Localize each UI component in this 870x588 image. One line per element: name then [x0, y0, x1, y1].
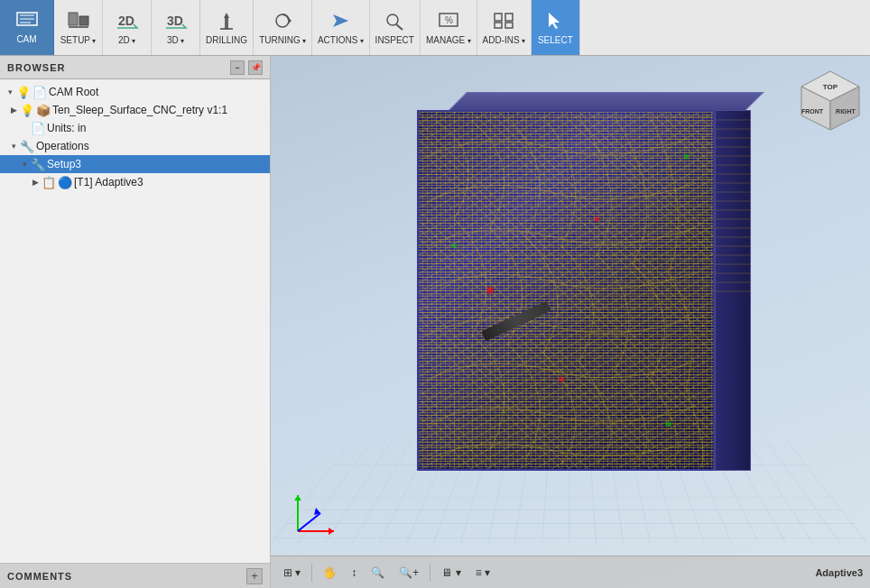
cam-menu-button[interactable]: CAM	[0, 0, 54, 55]
drilling-icon	[215, 11, 238, 33]
addins-icon	[492, 11, 515, 33]
tree-item-operations[interactable]: ▾ 🔧 Operations	[0, 137, 270, 155]
browser-panel: BROWSER − 📌 ▾ 💡 📄 CAM Root ▶ 💡 📦 Ten_Sle…	[0, 56, 271, 588]
axis-indicator	[289, 486, 343, 543]
box-icon-file: 📦	[36, 103, 51, 117]
vp-sep-2	[430, 564, 430, 582]
tree-item-adaptive3[interactable]: ▶ 📋 🔵 [T1] Adaptive3	[0, 173, 270, 191]
svg-rect-20	[505, 14, 513, 21]
vp-pan-btn[interactable]: 🖐	[318, 565, 342, 581]
inspect-icon	[383, 11, 406, 33]
vp-zoomfit-btn[interactable]: 🔍+	[393, 565, 424, 581]
browser-pin-btn[interactable]: 📌	[248, 60, 263, 75]
svg-marker-151	[294, 495, 301, 501]
viewport-bottom-toolbar: ⊞ ▾ 🖐 ↕ 🔍 🔍+ 🖥 ▾ ≡ ▾ Adaptive3	[271, 556, 870, 588]
sheet-icon-adaptive3: 📋	[42, 175, 56, 189]
svg-point-120	[595, 216, 600, 222]
doc-icon-cam-root: 📄	[32, 85, 47, 99]
3d-icon: 3D	[164, 11, 188, 33]
wrench-icon-setup3: 🔧	[31, 157, 45, 171]
svg-rect-10	[225, 18, 228, 29]
svg-rect-19	[495, 14, 502, 21]
nav-cube-svg: TOP FRONT RIGHT	[794, 67, 866, 139]
drilling-tool[interactable]: DRILLING	[200, 0, 254, 55]
expand-operations[interactable]: ▾	[7, 140, 20, 152]
expand-cam-root[interactable]: ▾	[4, 86, 16, 98]
tree-item-units[interactable]: 📄 Units: in	[0, 119, 270, 137]
browser-collapse-btn[interactable]: −	[230, 60, 245, 75]
vp-grid-btn[interactable]: ≡ ▾	[470, 565, 495, 581]
svg-line-152	[298, 513, 320, 531]
2d-label: 2D	[118, 35, 135, 45]
toolpath-svg	[419, 112, 713, 469]
main-area: BROWSER − 📌 ▾ 💡 📄 CAM Root ▶ 💡 📦 Ten_Sle…	[0, 56, 870, 588]
main-toolbar: CAM SETUP 2D 2D 3D 3D	[0, 0, 870, 56]
vp-home-btn[interactable]: ⊞ ▾	[278, 565, 306, 581]
svg-rect-21	[495, 23, 502, 28]
manage-tool[interactable]: % MANAGE	[421, 0, 477, 55]
expand-file[interactable]: ▶	[7, 104, 20, 116]
3d-tool[interactable]: 3D 3D	[152, 0, 200, 55]
nav-cube[interactable]: TOP FRONT RIGHT	[794, 67, 859, 132]
inspect-label: INSPECT	[375, 35, 414, 45]
cnc-part	[390, 92, 769, 507]
svg-point-121	[559, 377, 564, 382]
setup-tool[interactable]: SETUP	[54, 0, 103, 55]
tree-item-cam-root[interactable]: ▾ 💡 📄 CAM Root	[0, 83, 270, 101]
2d-tool[interactable]: 2D 2D	[103, 0, 152, 55]
svg-marker-23	[549, 13, 560, 29]
vp-zoom-btn[interactable]: 🔍	[366, 565, 390, 581]
comments-add-button[interactable]: +	[246, 568, 263, 584]
svg-marker-149	[329, 528, 334, 535]
manage-label: MANAGE	[426, 35, 471, 45]
tree-item-setup3[interactable]: ▾ 🔧 Setup3	[0, 155, 270, 173]
svg-rect-22	[505, 23, 513, 28]
select-tool[interactable]: SELECT	[532, 0, 580, 55]
comments-label: COMMENTS	[7, 571, 246, 582]
viewport[interactable]: TOP FRONT RIGHT ⊞ ▾ 🖐 ↕ 🔍 🔍+ 🖥 ▾ ≡ ▾ Ada…	[271, 56, 870, 588]
vp-orbit-btn[interactable]: ↕	[346, 565, 362, 581]
tree-item-file[interactable]: ▶ 💡 📦 Ten_Sleep_Surface_CNC_retry v1:1	[0, 101, 270, 119]
actions-label: ACTIONS	[318, 35, 364, 45]
comments-section: COMMENTS +	[0, 563, 270, 588]
cam-label: CAM	[16, 34, 36, 44]
setup-icon	[67, 11, 90, 33]
addins-label: ADD-INS	[483, 35, 525, 45]
select-icon	[543, 11, 567, 33]
browser-title: BROWSER	[7, 62, 65, 73]
vp-display-btn[interactable]: 🖥 ▾	[436, 565, 466, 581]
setup-label: SETUP	[60, 35, 97, 45]
svg-point-124	[683, 154, 689, 160]
tree-area: ▾ 💡 📄 CAM Root ▶ 💡 📦 Ten_Sleep_Surface_C…	[0, 79, 270, 563]
addins-tool[interactable]: ADD-INS	[477, 0, 532, 55]
2d-icon: 2D	[116, 11, 139, 33]
expand-setup3[interactable]: ▾	[18, 158, 31, 170]
expand-units	[18, 122, 31, 134]
viewport-status: Adaptive3	[815, 567, 863, 578]
manage-icon: %	[437, 11, 460, 33]
actions-tool[interactable]: ACTIONS	[312, 0, 370, 55]
vp-sep-1	[311, 564, 312, 582]
label-setup3: Setup3	[47, 158, 81, 170]
nav-cube-front-label: FRONT	[801, 108, 824, 115]
turning-tool[interactable]: TURNING	[254, 0, 312, 55]
svg-line-16	[396, 24, 403, 30]
label-file: Ten_Sleep_Surface_CNC_retry v1:1	[52, 104, 227, 116]
inspect-tool[interactable]: INSPECT	[370, 0, 421, 55]
axis-svg	[289, 486, 343, 540]
doc-icon-units: 📄	[31, 121, 45, 135]
label-cam-root: CAM Root	[49, 86, 98, 98]
expand-adaptive3[interactable]: ▶	[29, 176, 42, 188]
svg-text:3D: 3D	[167, 14, 183, 28]
right-face-svg	[716, 111, 752, 472]
label-units: Units: in	[47, 122, 86, 134]
svg-text:2D: 2D	[118, 14, 134, 28]
bulb-icon-cam-root: 💡	[16, 85, 31, 99]
svg-point-122	[666, 421, 671, 427]
nav-cube-top-label: TOP	[823, 83, 838, 91]
svg-text:%: %	[445, 15, 453, 25]
svg-point-123	[452, 243, 458, 249]
svg-rect-4	[69, 13, 78, 25]
circle-icon-adaptive3: 🔵	[58, 175, 72, 189]
svg-point-119	[486, 287, 494, 294]
